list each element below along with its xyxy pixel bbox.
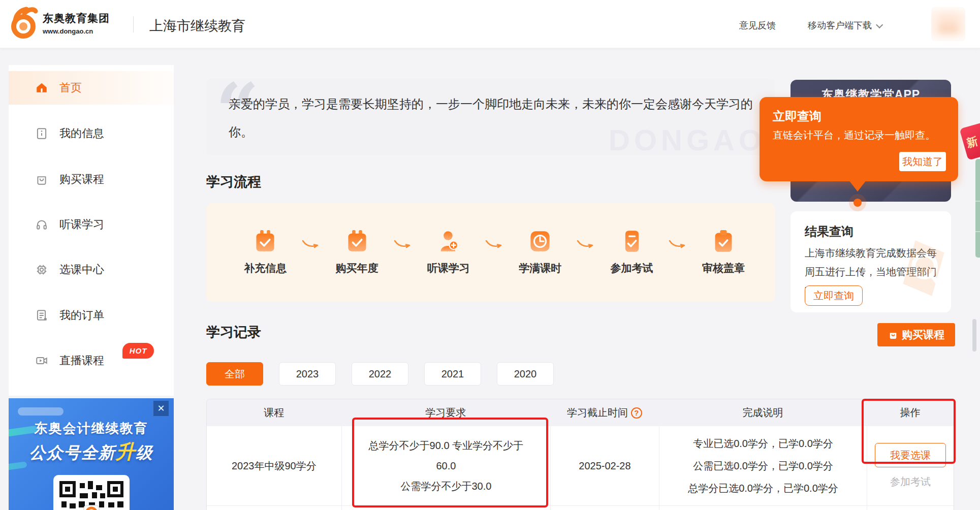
buy-courses-button[interactable]: 购买课程 xyxy=(877,323,955,346)
col-header-deadline: 学习截止时间 ? xyxy=(550,406,659,420)
table-header-row: 课程 学习要求 学习截止时间 ? 完成说明 操作 xyxy=(207,399,954,426)
process-step: 参加考试 xyxy=(604,230,660,275)
records-section-title: 学习记录 xyxy=(206,323,261,341)
cell-completion: 专业已选0.0学分，已学0.0学分 公需已选0.0学分，已学0.0学分 总学分已… xyxy=(659,426,867,505)
tab-2023[interactable]: 2023 xyxy=(279,362,336,386)
process-step: 听课学习 xyxy=(421,230,477,275)
arrow-icon xyxy=(393,239,413,251)
chevron-down-icon xyxy=(876,21,883,28)
query-now-button[interactable]: 立即查询 xyxy=(805,285,863,306)
process-step: 审核盖章 xyxy=(696,230,751,275)
ad-decoration xyxy=(18,407,64,416)
tooltip-body: 直链会计平台，通过记录一触即查。 xyxy=(773,129,935,142)
sidebar-item-my-info[interactable]: 我的信息 xyxy=(9,117,174,150)
process-step-label: 补充信息 xyxy=(244,261,287,275)
clipboard-check-icon xyxy=(712,230,735,253)
sidebar-item-label: 我的信息 xyxy=(59,126,104,141)
course-chip-icon xyxy=(35,263,48,276)
page-title: 上海市继续教育 xyxy=(149,17,245,35)
tooltip-confirm-button[interactable]: 我知道了 xyxy=(899,152,946,171)
wechat-ad-banner[interactable]: ✕ 东奥会计继续教育 公众号全新升级 xyxy=(9,398,174,510)
table-row: 2023年中级90学分 总学分不少于90.0 专业学分不少于 60.0 公需学分… xyxy=(207,426,954,506)
process-panel: 补充信息 购买年度 听课学习 学满课时 参加考试 审核盖章 xyxy=(206,203,775,302)
feedback-link[interactable]: 意见反馈 xyxy=(739,19,776,31)
doc-check-icon xyxy=(621,230,643,253)
cell-deadline: 2025-02-28 xyxy=(550,426,659,505)
help-icon[interactable]: ? xyxy=(631,407,642,419)
close-icon[interactable]: ✕ xyxy=(153,401,169,416)
arrow-icon xyxy=(576,239,596,251)
tab-2021[interactable]: 2021 xyxy=(424,362,481,386)
scrollbar-thumb[interactable] xyxy=(972,319,976,352)
sidebar-item-label: 直播课程 xyxy=(59,353,104,368)
cell-action: 我要选课 参加考试 xyxy=(867,426,954,505)
arrow-icon xyxy=(668,239,688,251)
shopping-bag-icon xyxy=(35,173,48,186)
process-step-label: 审核盖章 xyxy=(702,261,745,275)
ad-title-line2: 公众号全新升级 xyxy=(9,439,174,465)
sidebar-item-label: 首页 xyxy=(59,80,82,95)
col-header-requirement: 学习要求 xyxy=(341,406,550,420)
tab-all[interactable]: 全部 xyxy=(206,362,263,386)
ad-title-line1: 东奥会计继续教育 xyxy=(9,420,174,437)
calendar-check-icon xyxy=(346,230,368,253)
year-tabs: 全部 2023 2022 2021 2020 xyxy=(206,362,554,386)
col-header-completion: 完成说明 xyxy=(659,406,867,420)
info-doc-icon xyxy=(35,127,48,140)
tab-2020[interactable]: 2020 xyxy=(497,362,554,386)
tooltip-pointer xyxy=(849,180,866,192)
process-step-label: 学满课时 xyxy=(519,261,561,275)
arrow-icon xyxy=(301,239,321,251)
clock-icon xyxy=(529,230,551,253)
process-section-title: 学习流程 xyxy=(206,173,261,191)
home-icon xyxy=(35,81,48,94)
shopping-bag-icon xyxy=(888,330,898,340)
sidebar-item-listen-learn[interactable]: 听课学习 xyxy=(9,208,174,241)
process-step-label: 参加考试 xyxy=(611,261,653,275)
buy-courses-label: 购买课程 xyxy=(902,328,944,342)
welcome-quote-panel: “ 亲爱的学员，学习是需要长期坚持的，一步一个脚印地走向未来，未来的你一定会感谢… xyxy=(206,79,775,155)
sidebar-item-my-orders[interactable]: 我的订单 xyxy=(9,299,174,332)
headphones-icon xyxy=(35,218,48,231)
side-widget-strip[interactable] xyxy=(975,159,980,258)
records-table: 课程 学习要求 学习截止时间 ? 完成说明 操作 2023年中级90学分 总学分… xyxy=(206,399,954,510)
mobile-download-link[interactable]: 移动客户端下载 xyxy=(808,19,881,31)
avatar[interactable] xyxy=(931,7,965,41)
take-exam-link[interactable]: 参加考试 xyxy=(890,475,931,489)
choose-course-button[interactable]: 我要选课 xyxy=(875,443,946,467)
mobile-download-label: 移动客户端下载 xyxy=(808,20,872,30)
tab-2022[interactable]: 2022 xyxy=(352,362,408,386)
table-row-partial xyxy=(207,506,954,510)
order-doc-icon xyxy=(35,309,48,322)
query-tooltip: 立即查询 直链会计平台，通过记录一触即查。 我知道了 xyxy=(760,97,958,181)
ad-highlight-char: 升 xyxy=(116,441,136,462)
qr-code xyxy=(53,475,130,510)
cell-requirement: 总学分不少于90.0 专业学分不少于 60.0 公需学分不少于30.0 xyxy=(341,426,550,505)
sidebar-item-label: 听课学习 xyxy=(59,217,104,232)
magnifier-tag-watermark-icon xyxy=(897,236,951,302)
sidebar-item-label: 我的订单 xyxy=(59,308,104,323)
brand-url: www.dongao.cn xyxy=(43,27,110,35)
arrow-icon xyxy=(484,239,504,251)
tooltip-title: 立即查询 xyxy=(773,108,821,124)
process-step: 补充信息 xyxy=(237,230,293,275)
hot-badge: HOT xyxy=(122,343,154,359)
dongao-watermark: DONGAO xyxy=(609,123,766,157)
sidebar: 首页 我的信息 购买课程 听课学习 选课中心 我的订单 直播课程 HOT xyxy=(9,65,174,396)
top-header: 东奥教育集团 www.dongao.cn 上海市继续教育 意见反馈 移动客户端下… xyxy=(0,0,980,48)
new-promo-ribbon[interactable]: 新 xyxy=(959,120,980,160)
brand-name: 东奥教育集团 xyxy=(43,11,110,25)
sidebar-item-course-center[interactable]: 选课中心 xyxy=(9,253,174,286)
process-step: 购买年度 xyxy=(329,230,385,275)
process-step: 学满课时 xyxy=(512,230,568,275)
tooltip-anchor-dot xyxy=(853,199,862,207)
dongao-logo-icon xyxy=(9,6,40,42)
process-step-label: 购买年度 xyxy=(336,261,378,275)
sidebar-item-home[interactable]: 首页 xyxy=(9,71,174,105)
col-header-action: 操作 xyxy=(867,406,954,420)
brand-text: 东奥教育集团 www.dongao.cn xyxy=(43,11,110,35)
sidebar-item-label: 选课中心 xyxy=(59,262,104,277)
sidebar-item-buy-courses[interactable]: 购买课程 xyxy=(9,163,174,196)
result-query-card: 结果查询 上海市继续教育完成数据会每周五进行上传，当地管理部门审... 立即查询 xyxy=(791,211,951,312)
col-header-course: 课程 xyxy=(207,406,341,420)
